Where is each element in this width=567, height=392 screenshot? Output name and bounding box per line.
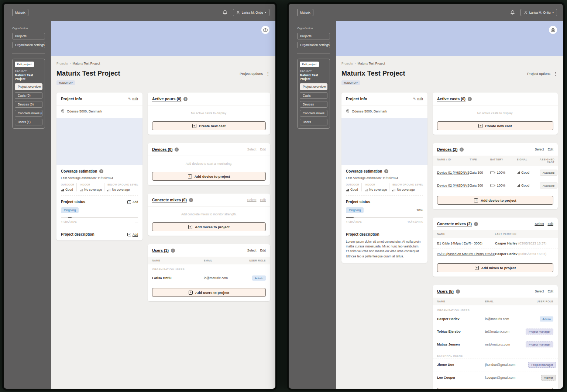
status-badge: Ongoing bbox=[346, 207, 364, 213]
sidebar-item-project-overview[interactable]: Project overview bbox=[300, 83, 327, 90]
create-new-cast-button[interactable]: + Create new cast bbox=[437, 121, 553, 130]
exit-project-button[interactable]: Exit project bbox=[15, 62, 34, 67]
info-icon[interactable]: i bbox=[384, 169, 388, 173]
notifications-bell-icon[interactable] bbox=[510, 10, 515, 15]
users-select-link[interactable]: Select bbox=[247, 249, 256, 252]
topbar: Maturix Larisa M. Ontiu ▾ bbox=[289, 4, 563, 21]
exit-project-button[interactable]: Exit project bbox=[300, 62, 319, 67]
mix-verified-by: Casper Harlev bbox=[495, 242, 518, 245]
project-name: Maturix Test Project bbox=[15, 73, 42, 81]
info-icon[interactable]: i bbox=[175, 148, 179, 152]
table-row: Device 01 (#HSDNVS) Gaia 300 100% Good A… bbox=[433, 166, 558, 179]
organisation-label: Organisation bbox=[297, 27, 330, 30]
project-status-add-button[interactable]: + Add bbox=[127, 200, 138, 204]
user-name-cell: Lee Cooper bbox=[437, 376, 485, 379]
change-cover-photo-button[interactable] bbox=[549, 26, 557, 34]
info-icon[interactable]: i bbox=[183, 97, 188, 101]
active-casts-title[interactable]: Active casts (0) bbox=[437, 97, 465, 101]
info-icon[interactable]: i bbox=[171, 249, 175, 253]
devices-select-link[interactable]: Select bbox=[535, 148, 544, 151]
info-icon[interactable]: i bbox=[99, 169, 103, 173]
sidebar-item-users[interactable]: Users bbox=[300, 119, 327, 125]
no-signal-icon bbox=[80, 189, 83, 191]
users-edit-link[interactable]: Edit bbox=[260, 249, 266, 252]
active-casts-card: Active casts (0)i No active casts to dis… bbox=[433, 93, 558, 135]
concrete-mixes-title[interactable]: Concrete mixes (0) bbox=[152, 198, 187, 202]
sidebar-item-project-overview[interactable]: Project overview bbox=[15, 83, 42, 90]
breadcrumb-projects[interactable]: Projects bbox=[56, 62, 68, 65]
concrete-mixes-title[interactable]: Concrete mixes (2) bbox=[437, 222, 472, 226]
kebab-menu-icon[interactable]: ⋮ bbox=[266, 71, 270, 76]
users-title[interactable]: Users (5) bbox=[437, 289, 454, 294]
add-users-button[interactable]: + Add users to project bbox=[437, 388, 553, 389]
change-cover-photo-button[interactable] bbox=[261, 26, 269, 34]
info-icon[interactable]: i bbox=[460, 148, 464, 152]
add-mixes-button[interactable]: + Add mixes to project bbox=[152, 222, 266, 231]
devices-edit-link[interactable]: Edit bbox=[260, 148, 266, 151]
sidebar-item-concrete-mixes[interactable]: Concrete mixes bbox=[300, 110, 327, 117]
user-name-cell: Jhone Doe bbox=[437, 363, 485, 367]
project-info-edit-button[interactable]: ✎ Edit bbox=[128, 97, 138, 101]
mixes-select-link[interactable]: Select bbox=[247, 198, 256, 202]
info-icon[interactable]: i bbox=[456, 289, 460, 294]
device-name-link[interactable]: Device 02 (#HSDNVS) bbox=[437, 184, 470, 187]
users-edit-link[interactable]: Edit bbox=[547, 289, 553, 293]
sidebar-item-devices[interactable]: Devices (0) bbox=[15, 101, 42, 108]
mixes-edit-link[interactable]: Edit bbox=[547, 222, 553, 226]
users-title[interactable]: Users (1) bbox=[152, 248, 169, 253]
battery-icon bbox=[490, 184, 495, 187]
devices-title[interactable]: Devices (0) bbox=[152, 147, 172, 152]
devices-table-header: NAME / ID TYPE BATTERY SIGNAL ASSIGNED C… bbox=[433, 156, 558, 166]
project-info-edit-button[interactable]: ✎ Edit bbox=[413, 97, 423, 101]
add-device-button[interactable]: + Add device to project bbox=[152, 172, 266, 181]
sidebar-item-casts[interactable]: Casts bbox=[300, 92, 327, 99]
mixes-edit-link[interactable]: Edit bbox=[260, 198, 266, 202]
device-name-link[interactable]: Device 01 (#HSDNVS) bbox=[437, 171, 470, 174]
mixes-empty-text: Add concrete mixes to monitor strength. bbox=[148, 207, 270, 218]
user-menu-button[interactable]: Larisa M. Ontiu ▾ bbox=[520, 9, 557, 16]
logo-button[interactable]: Maturix bbox=[297, 9, 313, 16]
kebab-menu-icon[interactable]: ⋮ bbox=[553, 71, 558, 76]
add-mixes-button[interactable]: + Add mixes to project bbox=[437, 263, 553, 272]
sidebar-item-organisation-settings[interactable]: Organisation settings bbox=[297, 42, 330, 48]
info-icon[interactable]: i bbox=[468, 97, 472, 101]
user-menu-button[interactable]: Larisa M. Ontiu ▾ bbox=[233, 9, 269, 16]
project-options-button[interactable]: Project options ⋮ bbox=[527, 71, 558, 76]
concrete-mixes-card: Concrete mixes (0)i Select Edit Add conc… bbox=[148, 194, 270, 236]
mix-name-link[interactable]: 25/30 (based on Maturix Library C25/30) bbox=[437, 252, 495, 256]
sidebar-item-casts[interactable]: Casts (0) bbox=[15, 92, 42, 99]
logo-button[interactable]: Maturix bbox=[12, 9, 28, 16]
battery-value: 100% bbox=[497, 171, 505, 174]
devices-title[interactable]: Devices (2) bbox=[437, 147, 457, 152]
concrete-mixes-card: Concrete mixes (2)i Select Edit NAME LAS… bbox=[433, 218, 558, 277]
devices-select-link[interactable]: Select bbox=[247, 148, 256, 151]
project-description-add-button[interactable]: + Add bbox=[127, 233, 138, 236]
create-new-cast-button[interactable]: + Create new cast bbox=[152, 121, 266, 130]
info-icon[interactable]: i bbox=[189, 198, 193, 202]
project-options-button[interactable]: Project options ⋮ bbox=[240, 71, 270, 76]
info-icon[interactable]: i bbox=[474, 222, 478, 226]
status-progress-bar bbox=[61, 217, 138, 218]
breadcrumb-projects[interactable]: Projects bbox=[341, 62, 353, 65]
mixes-select-link[interactable]: Select bbox=[535, 222, 544, 226]
coverage-last-estimation: Last coverage estimation: 11/03/2024 bbox=[346, 176, 423, 180]
sidebar-item-projects[interactable]: Projects bbox=[297, 33, 330, 39]
plus-square-icon: + bbox=[478, 124, 482, 128]
sidebar-item-concrete-mixes[interactable]: Concrete mixes (0) bbox=[15, 110, 42, 117]
sidebar-item-devices[interactable]: Devices bbox=[300, 101, 327, 108]
sidebar-item-projects[interactable]: Projects bbox=[12, 33, 45, 39]
sidebar-item-users[interactable]: Users (1) bbox=[15, 119, 42, 125]
breadcrumb-separator: › bbox=[70, 62, 71, 65]
project-info-title: Project info bbox=[346, 97, 367, 101]
devices-edit-link[interactable]: Edit bbox=[547, 148, 553, 151]
sidebar-item-organisation-settings[interactable]: Organisation settings bbox=[12, 42, 45, 48]
project-info-card: Project info ✎ Edit Odense 5000, Denmark bbox=[56, 93, 142, 240]
main-area: Projects › Maturix Test Project Maturix … bbox=[51, 21, 275, 389]
add-users-button[interactable]: + Add users to project bbox=[152, 288, 266, 297]
users-select-link[interactable]: Select bbox=[535, 289, 544, 293]
mix-name-link[interactable]: B1 Cible 14Mpa ( Ea/R= 3000) bbox=[437, 242, 495, 245]
notifications-bell-icon[interactable] bbox=[223, 10, 227, 15]
add-device-button[interactable]: + Add device to project bbox=[437, 196, 553, 205]
active-casts-title[interactable]: Active pours (0) bbox=[152, 97, 181, 101]
breadcrumb-current: Maturix Test Project bbox=[73, 62, 100, 65]
